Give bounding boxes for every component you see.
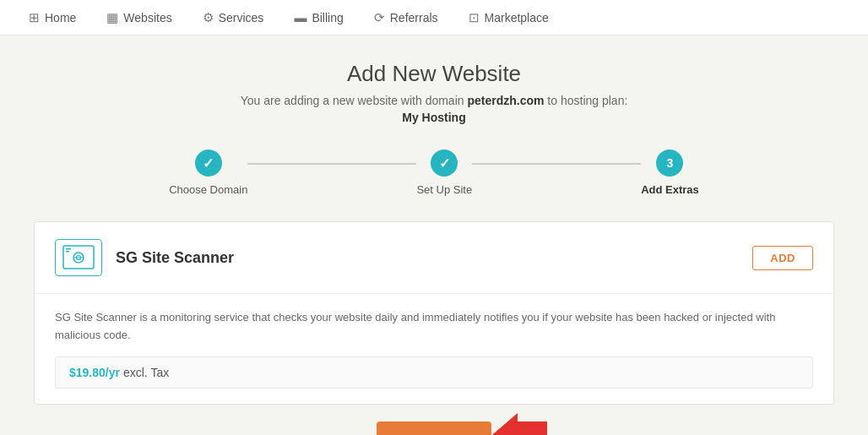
add-button[interactable]: ADD	[752, 246, 813, 270]
nav-item-websites[interactable]: ▦ Websites	[95, 0, 183, 35]
step-setup-site: Set Up Site	[416, 150, 472, 196]
page-subtitle: You are adding a new website with domain…	[34, 94, 834, 107]
svg-rect-1	[66, 248, 71, 250]
card-header-left: SG Site Scanner	[55, 239, 234, 276]
page-title: Add New Website	[34, 61, 834, 87]
step-1-circle	[195, 150, 222, 177]
nav-item-home[interactable]: ⊞ Home	[17, 0, 88, 35]
nav-label-referrals: Referrals	[390, 11, 438, 24]
nav-label-home: Home	[45, 11, 76, 24]
stepper: Choose Domain Set Up Site 3 Add Extras	[34, 150, 834, 196]
step-3-number: 3	[667, 156, 674, 170]
domain-name: peterdzh.com	[467, 94, 544, 107]
step-1-label: Choose Domain	[169, 183, 247, 196]
navigation: ⊞ Home ▦ Websites ⚙ Services ▬ Billing ⟳…	[0, 0, 868, 35]
card-body: SG Site Scanner is a monitoring service …	[35, 294, 833, 404]
step-3-circle: 3	[656, 150, 683, 177]
nav-item-services[interactable]: ⚙ Services	[191, 0, 276, 35]
websites-icon: ▦	[106, 10, 118, 25]
step-2-circle	[431, 150, 458, 177]
nav-item-billing[interactable]: ▬ Billing	[282, 0, 355, 35]
step-choose-domain: Choose Domain	[169, 150, 247, 196]
scanner-icon-wrap	[55, 239, 102, 276]
scanner-card: SG Site Scanner ADD SG Site Scanner is a…	[34, 221, 834, 405]
price-label: excl. Tax	[123, 366, 169, 379]
nav-label-billing: Billing	[312, 11, 343, 24]
price-value: $19.80/yr	[69, 366, 120, 379]
marketplace-icon: ⊡	[469, 10, 480, 25]
subtitle-prefix: You are adding a new website with domain	[241, 94, 468, 107]
billing-icon: ▬	[294, 10, 307, 24]
finish-button[interactable]: FINISH	[377, 421, 491, 435]
step-2-label: Set Up Site	[416, 183, 472, 196]
price-row: $19.80/yr excl. Tax	[55, 356, 813, 389]
services-icon: ⚙	[203, 10, 214, 25]
step-add-extras: 3 Add Extras	[641, 150, 699, 196]
nav-item-referrals[interactable]: ⟳ Referrals	[362, 0, 450, 35]
main-content: Add New Website You are adding a new web…	[0, 35, 868, 435]
hosting-plan: My Hosting	[34, 111, 834, 124]
step-3-label: Add Extras	[641, 183, 699, 196]
step-1-check	[203, 155, 214, 171]
finish-area: FINISH	[34, 421, 834, 435]
step-connector-2	[472, 163, 641, 165]
nav-label-services: Services	[219, 11, 264, 24]
scanner-icon	[62, 245, 95, 270]
step-connector-1	[247, 163, 416, 165]
step-2-check	[439, 155, 450, 171]
home-icon: ⊞	[29, 10, 40, 25]
nav-label-marketplace: Marketplace	[485, 11, 549, 24]
referrals-icon: ⟳	[374, 10, 385, 25]
svg-rect-2	[66, 251, 69, 253]
card-description: SG Site Scanner is a monitoring service …	[55, 309, 813, 345]
scanner-card-title: SG Site Scanner	[116, 249, 234, 267]
card-header: SG Site Scanner ADD	[35, 222, 833, 294]
svg-marker-6	[488, 413, 547, 435]
nav-label-websites: Websites	[123, 11, 171, 24]
nav-item-marketplace[interactable]: ⊡ Marketplace	[457, 0, 561, 35]
subtitle-suffix: to hosting plan:	[544, 94, 627, 107]
